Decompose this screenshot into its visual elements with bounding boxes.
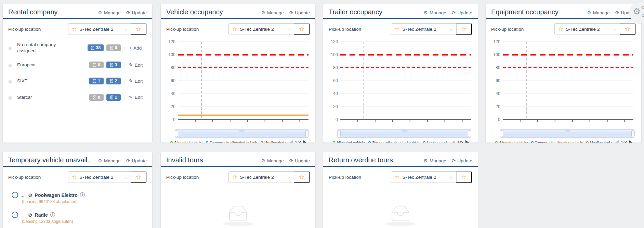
y-axis-tick-label: 80 (333, 65, 338, 70)
manage-button[interactable]: ⚙ Manage (98, 158, 120, 163)
star-icon: ☆ (395, 26, 399, 32)
chart-range-scrollbar[interactable] (500, 129, 634, 138)
pending-count-badge[interactable]: 38 (88, 44, 104, 51)
manage-button[interactable]: ⚙ Manage (587, 10, 609, 15)
page-title: Vehicle occupancy (166, 8, 223, 16)
rental-company-name: Europcar (17, 62, 68, 68)
pickup-location-select[interactable]: ☆ S-Tec Zentrale 2 ⌄ (229, 24, 294, 35)
legend-item[interactable]: Temporarily allocated vehicles (368, 140, 420, 143)
manage-button[interactable]: ⚙ Manage (261, 158, 284, 163)
legend-prev-page-icon[interactable] (615, 140, 619, 143)
gear-icon: ⚙ (423, 10, 428, 15)
page-title: Rental company (8, 8, 58, 16)
contract-count-badge[interactable]: 0 (106, 44, 121, 51)
legend-page-indicator: 1/3 (295, 140, 301, 143)
edit-button[interactable]: ✎Edit (129, 95, 147, 100)
update-button[interactable]: ⟳ Update (126, 158, 147, 163)
legend-item[interactable]: Temporarily allocated vehicles (531, 140, 583, 143)
brush-handle-right[interactable] (468, 130, 471, 137)
contract-count-badge[interactable]: 3 (106, 62, 121, 68)
gear-icon: ⚙ (633, 6, 641, 17)
pickup-location-label: Pick-up location (329, 27, 361, 32)
y-axis-tick-label: 120 (493, 39, 500, 44)
divider: | (124, 45, 126, 51)
pickup-location-select[interactable]: ☆ S-Tec Zentrale 2 ⌄ (391, 24, 456, 35)
update-button[interactable]: ⟳ Update (289, 10, 310, 15)
pickup-location-select[interactable]: ☆ S-Tec Zentrale 2 ⌄ (68, 24, 131, 35)
leasing-expired-subtext: (Leasing 12333 abgelaufen) (12, 219, 147, 224)
edit-button[interactable]: ✎Edit (129, 62, 147, 68)
legend-item[interactable]: Allocated vehicles (495, 140, 528, 143)
brush-handle-right[interactable] (305, 130, 309, 137)
y-axis-tick-label: 80 (496, 65, 500, 70)
chart-range-scrollbar[interactable] (175, 129, 308, 138)
info-icon[interactable]: ⓘ (50, 212, 55, 218)
favorite-location-button[interactable]: ☆ (620, 24, 635, 35)
document-icon (110, 95, 113, 99)
plus-icon: + (129, 45, 132, 51)
legend-prev-page-icon[interactable] (452, 140, 455, 143)
manage-button[interactable]: ⚙ Manage (423, 158, 446, 163)
gear-icon: ⚙ (641, 5, 644, 10)
pending-count-badge[interactable]: 0 (89, 94, 104, 101)
card-header: Temporary vehicle unavail... ⚙ Manage ⟳ … (3, 152, 152, 167)
legend-prev-page-icon[interactable] (289, 140, 293, 143)
brush-handle-left[interactable] (175, 130, 178, 137)
favorite-location-button[interactable]: ☆ (131, 24, 146, 35)
item-prefix: ...: (21, 212, 26, 217)
manage-button[interactable]: ⚙ Manage (98, 10, 120, 15)
expand-arrow-icon[interactable]: ← (12, 192, 18, 198)
legend-item[interactable]: Allocated vehicles (170, 140, 202, 143)
pickup-location-select[interactable]: ☆ S-Tec Zentrale 2 ⌄ (68, 172, 131, 183)
favorite-location-button[interactable]: ☆ (294, 172, 310, 183)
legend-item[interactable]: Allocated vehicles (333, 140, 365, 143)
favorite-location-button[interactable]: ☆ (456, 24, 472, 35)
favorite-location-button[interactable]: ☆ (456, 172, 472, 183)
pickup-location-select[interactable]: ☆ S-Tec Zentrale 2 ⌄ (229, 172, 294, 183)
expand-arrow-icon[interactable]: ← (12, 212, 18, 218)
chart-range-scrollbar[interactable] (338, 129, 471, 138)
vehicle-occupancy-card: Vehicle occupancy ⚙ Manage ⟳ Update Pick… (161, 4, 315, 143)
contract-count-badge[interactable]: 2 (106, 78, 121, 84)
legend-item[interactable]: Unallocated v (586, 140, 612, 143)
brush-handle-right[interactable] (631, 130, 635, 137)
pickup-location-label: Pick-up location (491, 27, 524, 32)
info-icon[interactable]: ⓘ (80, 192, 85, 198)
manage-button[interactable]: ⚙ Manage (261, 10, 284, 15)
chart-plot-area: 020406080100120 (329, 39, 472, 126)
pickup-location-select[interactable]: ☆ S-Tec Zentrale 2 ⌄ (391, 172, 456, 183)
contract-count-badge[interactable]: 1 (106, 94, 121, 101)
brush-handle-left[interactable] (500, 130, 503, 137)
legend-next-page-icon[interactable] (629, 140, 632, 143)
occupancy-chart: 020406080100120 (491, 39, 636, 128)
legend-item[interactable]: Unallocated v (261, 140, 286, 143)
table-row: ▣SIXT12|✎Edit (3, 73, 152, 89)
favorite-location-button[interactable]: ☆ (294, 24, 310, 35)
star-icon: ☆ (558, 26, 563, 32)
update-button[interactable]: ⟳ Update (126, 10, 147, 15)
pending-count-badge[interactable]: 0 (89, 62, 104, 68)
update-button[interactable]: ⟳ Update (452, 158, 472, 163)
manage-button[interactable]: ⚙ Manage (423, 10, 446, 15)
update-button[interactable]: ⟳ Update (452, 10, 472, 15)
add-button[interactable]: +Add (129, 45, 147, 51)
favorite-location-button[interactable]: ☆ (131, 172, 146, 183)
legend-next-page-icon[interactable] (465, 140, 469, 143)
pending-count-badge[interactable]: 1 (89, 78, 104, 84)
image-placeholder-icon: ▣ (8, 45, 17, 51)
legend-next-page-icon[interactable] (303, 140, 306, 143)
refresh-icon: ⟳ (126, 10, 130, 15)
y-axis-tick-label: 20 (496, 104, 500, 109)
pickup-location-select[interactable]: ☆ S-Tec Zentrale 2 ⌄ (555, 24, 620, 35)
update-button[interactable]: ⟳ Update (289, 158, 310, 163)
edit-button[interactable]: ✎Edit (129, 78, 147, 84)
return-overdue-tours-card: Return overdue tours ⚙ Manage ⟳ Update P… (323, 152, 478, 228)
empty-inbox-icon (226, 203, 250, 224)
legend-item[interactable]: Unallocated v (423, 140, 448, 143)
legend-label: Allocated vehicles (174, 140, 202, 143)
legend-item[interactable]: Temporarily allocated vehicles (206, 140, 257, 143)
page-title: Equipment occupancy (491, 8, 558, 16)
pickup-location-label: Pick-up location (166, 27, 199, 32)
list-item: ←...:⊘Poolwagen Elektroⓘ(Leasing 9943123… (12, 192, 147, 204)
brush-handle-left[interactable] (337, 130, 341, 137)
